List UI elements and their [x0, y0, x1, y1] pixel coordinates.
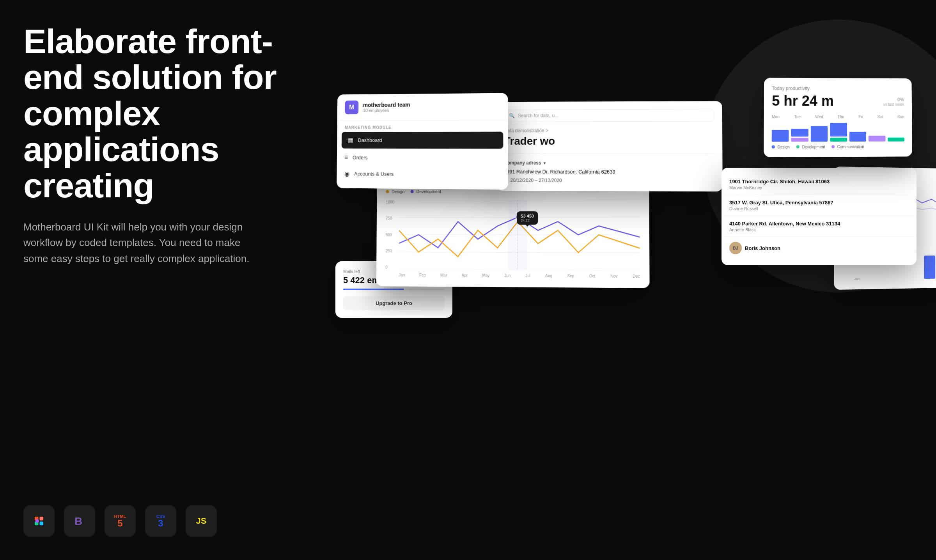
bar-fri: [849, 132, 866, 142]
dropdown-chevron-icon: ▾: [543, 161, 545, 165]
nav-label-accounts: Accounts & Users: [354, 171, 394, 177]
contact-address-1: 1901 Thornridge Cir. Shiloh, Hawaii 8106…: [729, 179, 909, 184]
legend-design: Design: [772, 145, 790, 149]
address-section: Company adress ▾ 3891 Ranchview Dr. Rich…: [504, 154, 714, 184]
day-fri: Fri: [858, 115, 863, 119]
productivity-bars: [772, 122, 904, 142]
days-row: Mon Tue Wed Thu Fri Sat Sun: [772, 115, 904, 119]
svg-rect-19: [924, 255, 935, 279]
day-thu: Thu: [837, 115, 844, 119]
legend-development: Development: [796, 145, 825, 149]
contact-address-4: Boris Johnson: [745, 245, 780, 251]
bar-wed-blue: [811, 126, 828, 142]
bar-thu-blue: [830, 123, 847, 136]
search-placeholder: Search for data, u...: [518, 113, 558, 118]
tooltip-value: $3 450: [521, 214, 534, 218]
svg-rect-13: [508, 200, 528, 270]
svg-rect-3: [40, 522, 43, 525]
tooltip-sub: 24.22: [521, 218, 534, 222]
nav-item-orders[interactable]: ≡ Orders: [337, 149, 508, 166]
js-icon: JS: [186, 505, 217, 537]
productivity-time-row: 5 hr 24 m 0% vs last week: [772, 93, 904, 110]
hero-subtext: Motherboard UI Kit will help you with yo…: [23, 219, 257, 266]
contact-item-1: 1901 Thornridge Cir. Shiloh, Hawaii 8106…: [722, 174, 916, 195]
contact-address-2: 3517 W. Gray St. Utica, Pennsylvania 578…: [729, 200, 909, 206]
search-icon: 🔍: [509, 113, 515, 119]
legend-design-rev-dot: [386, 190, 389, 193]
date-filter: ⚗ 20/12/2020 – 27/12/2020: [504, 177, 714, 183]
team-info: motherboard team 10 employees: [363, 102, 410, 113]
upgrade-button[interactable]: Upgrade to Pro: [343, 296, 445, 310]
bar-mon-blue: [772, 130, 789, 142]
module-label: MARKETING MODULE: [337, 120, 508, 131]
day-wed: Wed: [815, 115, 823, 119]
revenue-chart-svg-area: $3 450 24.22: [399, 199, 640, 271]
legend-communication: Communication: [831, 145, 864, 149]
svg-point-4: [35, 519, 39, 523]
data-title: Trader wo: [504, 135, 714, 147]
bar-wed: [811, 126, 828, 142]
hero-headline: Elaborate front-end solution for complex…: [23, 23, 308, 204]
dashboard-sidebar-card: M motherboard team 10 employees MARKETIN…: [337, 93, 508, 190]
address-text: 3891 Ranchview Dr. Richardson. Californi…: [504, 169, 714, 175]
bar-mon: [772, 130, 789, 142]
day-sat: Sat: [878, 115, 883, 119]
bar-sat: [869, 136, 885, 142]
bar-sat-purple: [869, 136, 885, 142]
css3-icon: CSS 3: [145, 505, 176, 537]
legend-dev-rev-dot: [411, 190, 414, 193]
main-content-card: 🔍 Search for data, u... Data demonstrati…: [496, 101, 723, 191]
contact-avatar-4: BJ: [729, 242, 742, 254]
day-tue: Tue: [794, 115, 801, 119]
ui-cards-container: M motherboard team 10 employees MARKETIN…: [304, 0, 936, 560]
nav-item-accounts[interactable]: ◉ Accounts & Users: [337, 165, 508, 183]
contact-item-4: BJ Boris Johnson: [722, 237, 916, 259]
legend-dev-rev: Development: [411, 189, 441, 194]
svg-text:Jan: Jan: [854, 277, 860, 280]
mails-progress-bar: [343, 289, 445, 290]
vs-last-week: vs last week: [883, 102, 904, 106]
contact-item-3: 4140 Parker Rd. Allentown, New Mexico 31…: [722, 216, 916, 237]
productivity-label: Today productivity: [772, 86, 904, 92]
productivity-time: 5 hr 24 m: [772, 93, 834, 109]
orders-nav-icon: ≡: [344, 154, 348, 161]
dashboard-card-header: M motherboard team 10 employees: [337, 93, 508, 121]
bar-sun-green: [888, 138, 904, 142]
chart-tooltip: $3 450 24.22: [517, 211, 538, 225]
address-label: Company adress ▾: [504, 160, 714, 166]
legend-development-dot: [796, 145, 799, 148]
team-name: motherboard team: [363, 102, 410, 108]
bar-sun: [888, 138, 904, 142]
day-sun: Sun: [897, 115, 904, 119]
team-avatar: M: [345, 101, 358, 115]
bootstrap-icon: B: [64, 505, 95, 537]
team-sub: 10 employees: [363, 108, 410, 113]
date-range: 20/12/2020 – 27/12/2020: [511, 177, 562, 183]
revenue-chart-area: 1000 750 500 250 0: [385, 199, 640, 278]
legend-design-dot: [772, 145, 775, 149]
tech-icons-row: B HTML 5 CSS 3 JS: [23, 505, 217, 537]
accounts-nav-icon: ◉: [344, 170, 350, 177]
address-dropdown-label: Company adress: [504, 160, 541, 166]
search-bar[interactable]: 🔍 Search for data, u...: [504, 109, 714, 122]
bar-fri-blue: [849, 132, 866, 142]
bar-tue-purple: [791, 138, 808, 142]
contact-item-2: 3517 W. Gray St. Utica, Pennsylvania 578…: [722, 195, 916, 216]
legend-design-rev: Design: [386, 189, 404, 194]
bar-tue-blue: [791, 129, 808, 136]
html5-icon: HTML 5: [105, 505, 136, 537]
breadcrumb: Data demonstration >: [504, 128, 714, 134]
hero-section: Elaborate front-end solution for complex…: [23, 23, 308, 298]
nav-label-orders: Orders: [353, 154, 368, 160]
day-mon: Mon: [772, 115, 780, 119]
mails-progress-fill: [343, 289, 404, 290]
productivity-pct: 0%: [883, 97, 904, 102]
productivity-card: Today productivity 5 hr 24 m 0% vs last …: [764, 78, 912, 158]
svg-rect-1: [40, 517, 43, 520]
bar-thu: [830, 123, 847, 142]
nav-item-dashboard[interactable]: ▦ Dashboard: [342, 132, 503, 149]
svg-text:B: B: [74, 515, 82, 527]
bar-tue: [791, 129, 808, 142]
nav-label-dashboard: Dashboard: [358, 137, 382, 143]
chart-x-labels: Jan Feb Mar Apr May Jun Jul Aug Sep Oct …: [399, 273, 640, 278]
